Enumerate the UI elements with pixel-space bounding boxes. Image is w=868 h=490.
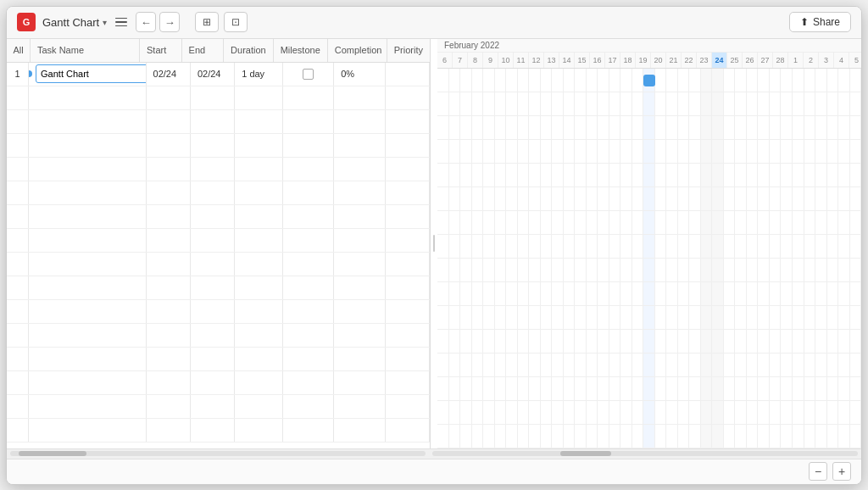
horizontal-scrollbar-thumb-gantt[interactable] (560, 451, 611, 456)
col-header-milestone: Milestone (274, 39, 328, 62)
gantt-day-cell: 11 (514, 53, 529, 68)
col-header-duration: Duration (224, 39, 274, 62)
col-header-completion: Completion (328, 39, 387, 62)
gantt-day-cell: 17 (605, 53, 620, 68)
table-row[interactable]: 1 02/24 02/24 1 day 0 (7, 63, 430, 86)
zoom-in-button[interactable]: + (832, 462, 851, 481)
app-icon: G (17, 13, 36, 31)
milestone-checkbox[interactable] (303, 69, 314, 80)
gantt-day-cell: 8 (468, 53, 483, 68)
gantt-day-cell: 15 (575, 53, 590, 68)
gantt-row (437, 282, 861, 306)
gantt-row (437, 116, 861, 140)
title-bar-left: G Gantt Chart ▾ ← → ⊞ ⊡ (17, 12, 789, 32)
gantt-day-cell: 13 (544, 53, 559, 68)
table-header: All Task Name Start End Duration Milesto… (7, 39, 430, 63)
gantt-row (437, 425, 861, 448)
share-button[interactable]: ⬆ Share (789, 12, 851, 32)
task-name-input[interactable] (36, 64, 147, 83)
gantt-day-cell: 25 (727, 53, 743, 68)
gantt-row (437, 211, 861, 235)
action-buttons: ⊞ ⊡ (195, 12, 248, 32)
gantt-day-cell: 19 (636, 53, 651, 68)
gantt-header: February 2022 67891011121314151617181920… (437, 39, 861, 69)
gantt-day-cell: 21 (666, 53, 682, 68)
menu-icon[interactable] (114, 14, 129, 30)
gantt-day-cell: 23 (697, 53, 712, 68)
table-row (7, 419, 430, 443)
cell-milestone[interactable] (283, 63, 335, 86)
gantt-day-cell: 18 (620, 53, 636, 68)
table-row (7, 158, 430, 181)
gantt-day-cell: 27 (758, 53, 773, 68)
bottom-bar: − + (7, 459, 861, 484)
table-row (7, 205, 430, 229)
zoom-out-button[interactable]: − (809, 462, 827, 481)
gantt-day-cell: 5 (849, 53, 861, 68)
horizontal-scrollbar-area (7, 448, 861, 459)
gantt-day-cell: 4 (834, 53, 849, 68)
redo-button[interactable]: → (159, 12, 180, 32)
gantt-day-cell: 3 (819, 53, 834, 68)
gantt-day-cell: 28 (773, 53, 788, 68)
cell-start: 02/24 (147, 63, 191, 86)
gantt-month-row: February 2022 (437, 39, 861, 53)
task-dot (29, 70, 32, 77)
table-row (7, 395, 430, 419)
gantt-day-cell: 1 (788, 53, 804, 68)
grid-button[interactable]: ⊡ (224, 12, 248, 32)
gantt-day-cell: 12 (529, 53, 544, 68)
title-chevron-icon: ▾ (103, 18, 107, 27)
gantt-day-cell: 14 (559, 53, 575, 68)
table-row (7, 348, 430, 371)
panel-resize-handle[interactable] (431, 39, 437, 448)
gantt-day-cell: 26 (743, 53, 758, 68)
table-row (7, 181, 430, 205)
cell-row-num: 1 (7, 63, 29, 86)
main-content: All Task Name Start End Duration Milesto… (7, 39, 861, 484)
table-row (7, 86, 430, 110)
table-panel: All Task Name Start End Duration Milesto… (7, 39, 431, 448)
gantt-days-row: 6789101112131415161718192021222324252627… (437, 53, 861, 68)
nav-buttons: ← → (136, 12, 180, 32)
gantt-row (437, 164, 861, 187)
table-row (7, 253, 430, 276)
table-gantt-wrapper: All Task Name Start End Duration Milesto… (7, 39, 861, 448)
app-window: G Gantt Chart ▾ ← → ⊞ ⊡ ⬆ Share (6, 6, 862, 485)
gantt-row (437, 401, 861, 425)
gantt-rows (437, 69, 861, 448)
gantt-day-cell: 2 (804, 53, 819, 68)
table-row (7, 300, 430, 324)
gantt-row (437, 69, 861, 92)
gantt-row (437, 377, 861, 401)
gantt-row (437, 259, 861, 282)
gantt-row (437, 187, 861, 211)
cell-task-name[interactable] (29, 63, 147, 86)
table-row (7, 229, 430, 253)
col-header-start: Start (140, 39, 182, 62)
gantt-body (437, 69, 861, 448)
gantt-panel: February 2022 67891011121314151617181920… (437, 39, 861, 448)
title-bar: G Gantt Chart ▾ ← → ⊞ ⊡ ⬆ Share (7, 7, 861, 39)
table-row (7, 276, 430, 300)
gantt-row (437, 354, 861, 377)
table-row (7, 371, 430, 395)
gantt-day-cell: 10 (498, 53, 514, 68)
table-row (7, 134, 430, 158)
gantt-day-cell: 9 (483, 53, 498, 68)
undo-button[interactable]: ← (136, 12, 156, 32)
col-header-task: Task Name (31, 39, 140, 62)
title-bar-right: ⬆ Share (789, 12, 851, 32)
gantt-day-cell: 7 (453, 53, 468, 68)
cell-duration: 1 day (235, 63, 282, 86)
cell-end: 02/24 (191, 63, 235, 86)
cell-priority (386, 63, 430, 86)
month-label: February 2022 (444, 41, 499, 50)
gantt-row (437, 140, 861, 164)
document-title: Gantt Chart ▾ (42, 16, 107, 29)
horizontal-scrollbar-thumb[interactable] (19, 451, 86, 456)
gantt-bar[interactable] (643, 75, 655, 86)
gantt-day-cell: 20 (651, 53, 666, 68)
share-icon: ⬆ (800, 16, 809, 28)
link-button[interactable]: ⊞ (195, 12, 219, 32)
